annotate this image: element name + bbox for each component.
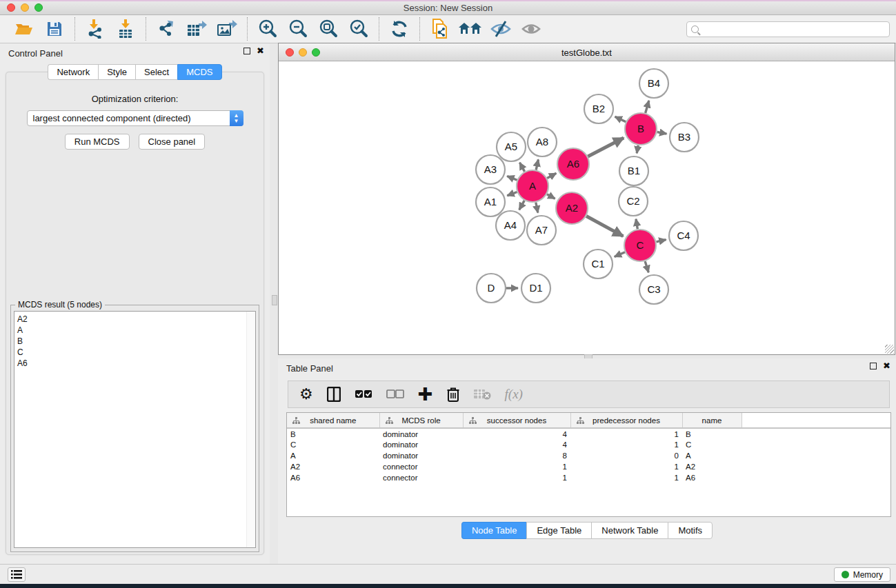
table-cell[interactable]: A6 — [287, 472, 379, 483]
apply-function-button[interactable]: f(x) — [505, 384, 523, 405]
tab-node-table[interactable]: Node Table — [461, 522, 527, 539]
deselect-all-rows-button[interactable] — [386, 384, 404, 405]
edge-A-A8[interactable] — [536, 159, 538, 170]
edge-C-C2[interactable] — [636, 219, 637, 230]
table-cell[interactable]: C — [682, 439, 741, 450]
table-cell[interactable]: A2 — [682, 461, 741, 472]
edge-A6-B[interactable] — [588, 138, 624, 156]
vertical-splitter-handle[interactable] — [272, 295, 277, 305]
delete-column-button[interactable] — [447, 384, 459, 405]
table-options-gear-button[interactable]: ⚙ — [299, 384, 313, 405]
export-network-button[interactable] — [153, 18, 179, 40]
import-network-button[interactable] — [82, 18, 108, 40]
table-cell[interactable]: 1 — [570, 461, 682, 472]
tab-mcds[interactable]: MCDS — [177, 64, 221, 80]
table-cell[interactable]: dominator — [379, 439, 463, 450]
zoom-out-button[interactable] — [285, 18, 311, 40]
delete-table-button[interactable] — [473, 384, 491, 405]
edge-B-B2[interactable] — [615, 116, 626, 122]
mcds-result-item[interactable]: A — [17, 325, 255, 336]
tab-network[interactable]: Network — [48, 64, 98, 80]
table-cell[interactable]: 4 — [463, 428, 570, 439]
first-neighbors-button[interactable] — [457, 18, 484, 40]
table-row[interactable]: A2connector11A2 — [287, 461, 890, 472]
show-all-button[interactable] — [518, 18, 544, 40]
table-cell[interactable]: B — [287, 428, 379, 439]
table-cell[interactable]: 0 — [570, 450, 682, 461]
network-minimize-button[interactable] — [299, 48, 307, 57]
table-cell[interactable]: connector — [379, 472, 463, 483]
refresh-layout-button[interactable] — [386, 18, 412, 40]
column-header-name[interactable]: name — [682, 413, 741, 428]
edge-A-A5[interactable] — [519, 163, 524, 172]
add-column-button[interactable]: ✚ — [418, 384, 433, 405]
edge-C-C4[interactable] — [656, 240, 666, 242]
network-close-button[interactable] — [286, 48, 294, 57]
search-field[interactable] — [686, 21, 890, 37]
table-cell[interactable]: 4 — [463, 439, 570, 450]
table-row[interactable]: A6connector11A6 — [287, 472, 890, 483]
edge-A-A4[interactable] — [519, 201, 525, 210]
column-header-successor-nodes[interactable]: successor nodes — [463, 413, 570, 428]
close-table-panel-icon[interactable]: ✖ — [883, 363, 890, 369]
tab-edge-table[interactable]: Edge Table — [526, 522, 591, 539]
network-window-titlebar[interactable]: testGlobe.txt — [279, 43, 895, 61]
edge-B-B3[interactable] — [657, 132, 667, 134]
table-cell[interactable]: dominator — [379, 428, 463, 439]
close-panel-icon[interactable]: ✖ — [257, 48, 264, 54]
edge-A-A2[interactable] — [547, 194, 555, 199]
duplicate-network-button[interactable] — [427, 18, 453, 40]
edge-C-C1[interactable] — [615, 252, 625, 257]
mcds-result-item[interactable]: A2 — [17, 314, 255, 325]
mcds-result-item[interactable]: A6 — [17, 358, 255, 369]
table-cell[interactable]: connector — [379, 461, 463, 472]
column-selector-button[interactable] — [327, 384, 341, 405]
network-zoom-button[interactable] — [312, 48, 320, 57]
edge-A2-C[interactable] — [586, 216, 623, 236]
edge-B-B1[interactable] — [637, 145, 638, 154]
float-panel-icon[interactable] — [243, 48, 250, 54]
table-row[interactable]: Adominator80A — [287, 450, 890, 461]
zoom-selected-button[interactable] — [346, 18, 372, 40]
task-history-button[interactable] — [8, 567, 26, 582]
table-cell[interactable]: A — [682, 450, 741, 461]
table-cell[interactable]: dominator — [379, 450, 463, 461]
mcds-result-item[interactable]: B — [17, 336, 255, 347]
edge-A-A7[interactable] — [536, 203, 538, 213]
select-all-rows-button[interactable] — [355, 384, 372, 405]
table-cell[interactable]: 1 — [463, 461, 570, 472]
criterion-dropdown[interactable]: largest connected component (directed) ▲… — [27, 110, 243, 126]
table-cell[interactable]: A — [287, 450, 379, 461]
memory-button[interactable]: Memory — [834, 567, 890, 582]
float-table-panel-icon[interactable] — [870, 363, 877, 369]
table-cell[interactable]: 8 — [463, 450, 570, 461]
tab-network-table[interactable]: Network Table — [591, 522, 668, 539]
edge-B-B4[interactable] — [646, 101, 649, 113]
table-row[interactable]: Bdominator41B — [287, 428, 890, 439]
column-header-MCDS-role[interactable]: MCDS role — [379, 413, 463, 428]
import-table-button[interactable] — [112, 18, 139, 40]
export-image-button[interactable] — [214, 18, 240, 40]
run-mcds-button[interactable]: Run MCDS — [65, 134, 130, 150]
table-cell[interactable]: A2 — [287, 461, 379, 472]
save-session-button[interactable] — [41, 18, 68, 40]
mcds-result-item[interactable]: C — [17, 347, 255, 358]
zoom-in-button[interactable] — [255, 18, 281, 40]
window-resize-grip[interactable] — [885, 345, 894, 354]
column-header-predecessor-nodes[interactable]: predecessor nodes — [570, 413, 682, 428]
table-cell[interactable]: 1 — [463, 472, 570, 483]
table-row[interactable]: Cdominator41C — [287, 439, 890, 450]
tab-select[interactable]: Select — [135, 64, 177, 80]
edge-C-C3[interactable] — [645, 261, 648, 272]
tab-style[interactable]: Style — [98, 64, 135, 80]
search-input[interactable] — [701, 25, 889, 34]
edge-A-A1[interactable] — [507, 192, 517, 195]
mcds-result-list[interactable]: A2ABCA6 — [14, 311, 256, 548]
table-cell[interactable]: 1 — [570, 472, 682, 483]
table-cell[interactable]: 1 — [570, 428, 682, 439]
tab-motifs[interactable]: Motifs — [668, 522, 713, 539]
table-cell[interactable]: A6 — [682, 472, 741, 483]
edge-A-A3[interactable] — [507, 176, 517, 181]
table-cell[interactable]: B — [682, 428, 741, 439]
column-header-shared-name[interactable]: shared name — [287, 413, 379, 428]
